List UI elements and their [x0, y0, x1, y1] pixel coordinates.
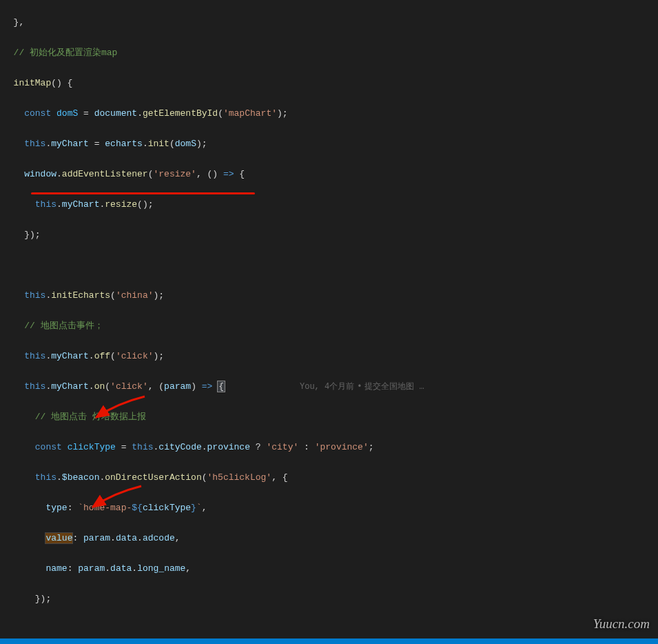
cursor-brace: {	[218, 381, 225, 392]
code-line[interactable]	[0, 258, 658, 273]
comment: // 地图点击事件；	[24, 321, 103, 331]
code-line[interactable]: this.myChart.resize();	[0, 197, 658, 212]
comment: // 地图点击 灯塔数据上报	[35, 412, 146, 422]
code-line[interactable]: this.$beacon.onDirectUserAction('h5click…	[0, 470, 658, 485]
code-line[interactable]: },	[0, 15, 658, 30]
code-line[interactable]: });	[0, 592, 658, 607]
code-line[interactable]: window.addEventListener('resize', () => …	[0, 167, 658, 182]
annotation-underline	[31, 192, 255, 194]
code-line[interactable]: // 地图点击 灯塔数据上报	[0, 410, 658, 425]
code-line[interactable]	[0, 622, 658, 637]
status-bar[interactable]	[0, 638, 658, 644]
code-line[interactable]: });	[0, 228, 658, 243]
code-line[interactable]: this.initEcharts('china');	[0, 288, 658, 303]
code-line[interactable]: name: param.data.long_name,	[0, 561, 658, 576]
code-line[interactable]: type: `home-map-${clickType}`,	[0, 501, 658, 516]
method-name: initMap	[14, 78, 52, 88]
code-line[interactable]: const clickType = this.cityCode.province…	[0, 440, 658, 455]
code-line[interactable]: this.myChart.on('click', (param) => {You…	[0, 379, 658, 394]
code-line[interactable]: value: param.data.adcode,	[0, 531, 658, 546]
code-line[interactable]: // 地图点击事件；	[0, 319, 658, 334]
git-blame-annotation: You, 4个月前•提交全国地图 …	[300, 379, 424, 394]
selection-highlight: value	[45, 533, 72, 543]
comment: // 初始化及配置渲染map	[14, 48, 118, 58]
code-line[interactable]: // 初始化及配置渲染map	[0, 46, 658, 61]
code-line[interactable]: this.myChart = echarts.init(domS);	[0, 137, 658, 152]
watermark: Yuucn.com	[593, 616, 650, 632]
code-line[interactable]: this.myChart.off('click');	[0, 349, 658, 364]
code-line[interactable]: const domS = document.getElementById('ma…	[0, 106, 658, 121]
code-line[interactable]: initMap() {	[0, 76, 658, 91]
code-editor[interactable]: }, // 初始化及配置渲染map initMap() { const domS…	[0, 0, 658, 644]
